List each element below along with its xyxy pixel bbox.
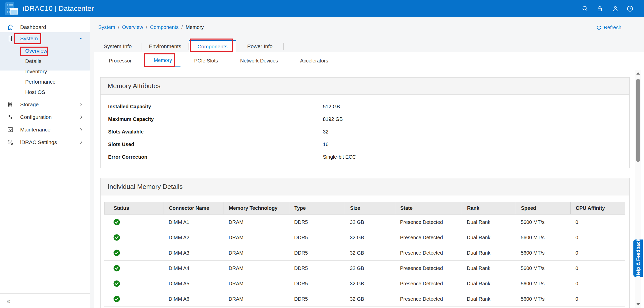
sidebar-item-overview[interactable]: Overview (25, 48, 47, 54)
table-row[interactable]: DIMM A4 DRAM DDR5 32 GB Presence Detecte… (104, 261, 625, 276)
column-header[interactable]: Speed (516, 202, 571, 214)
idrac-logo-icon (5, 2, 18, 16)
breadcrumb-overview[interactable]: Overview (122, 24, 143, 30)
gear-icon (7, 139, 14, 146)
sidebar-item-label: System (20, 36, 38, 42)
tab-system-info[interactable]: System Info (94, 40, 141, 52)
cell-connector-name: DIMM A4 (164, 261, 224, 276)
column-header[interactable]: Memory Technology (224, 202, 289, 214)
tab-pcie-slots[interactable]: PCIe Slots (186, 54, 226, 67)
column-header[interactable]: CPU Affinity (571, 202, 625, 214)
cell-speed: 5600 MT/s (516, 291, 570, 306)
cell-cpu-affinity: 0 (570, 215, 625, 230)
refresh-button[interactable]: Refresh (596, 25, 621, 30)
cell-connector-name: DIMM A3 (164, 245, 224, 260)
cell-state: Presence Detected (395, 291, 462, 306)
sidebar-item-host-os[interactable]: Host OS (25, 89, 45, 95)
cell-cpu-affinity: 0 (570, 245, 625, 260)
attribute-row: Installed Capacity 512 GB (101, 100, 629, 113)
attribute-row: Maximum Capacity 8192 GB (101, 113, 629, 125)
green-check-icon (113, 296, 120, 302)
cell-memory-technology: DRAM (224, 291, 289, 306)
cell-type: DDR5 (289, 261, 345, 276)
sidebar-item-maintenance[interactable]: Maintenance (0, 123, 90, 136)
tab-content-panel: Processor Memory PCIe Slots Network Devi… (94, 52, 644, 308)
help-feedback-tab[interactable]: Help & Feedback (633, 239, 643, 277)
help-feedback-label: Help & Feedback (635, 239, 641, 277)
sidebar-item-storage[interactable]: Storage (0, 98, 90, 111)
cell-type: DDR5 (289, 291, 345, 306)
tab-power-info[interactable]: Power Info (236, 40, 284, 52)
cell-memory-technology: DRAM (224, 230, 289, 245)
sidebar-item-system[interactable]: System (0, 33, 90, 44)
table-row[interactable]: DIMM A3 DRAM DDR5 32 GB Presence Detecte… (104, 245, 625, 261)
breadcrumb: System / Overview / Components / Memory (98, 24, 204, 30)
sidebar-item-dashboard[interactable]: Dashboard (0, 21, 90, 33)
card-title: Memory Attributes (101, 78, 629, 95)
sidebar-item-performance[interactable]: Performance (25, 79, 55, 85)
chevron-right-icon (78, 127, 84, 132)
tab-environments[interactable]: Environments (141, 40, 189, 52)
sliders-icon (7, 114, 14, 120)
memory-attributes-body: Installed Capacity 512 GB Maximum Capaci… (101, 95, 629, 163)
scroll-down-arrow-icon[interactable] (636, 303, 640, 305)
cell-size: 32 GB (345, 230, 395, 245)
breadcrumb-separator: / (181, 24, 183, 30)
memory-table-body: DIMM A1 DRAM DDR5 32 GB Presence Detecte… (104, 215, 625, 307)
svg-text:?: ? (629, 7, 631, 11)
cell-size: 32 GB (345, 261, 395, 276)
column-header[interactable]: State (395, 202, 462, 214)
sidebar-item-configuration[interactable]: Configuration (0, 111, 90, 123)
tab-accelerators[interactable]: Accelerators (292, 54, 337, 67)
memory-table: Status Connector Name Memory Technology … (104, 202, 625, 307)
cell-rank: Dual Rank (462, 215, 516, 230)
home-icon (7, 24, 14, 30)
scroll-up-arrow-icon[interactable] (636, 72, 640, 75)
sidebar-item-details[interactable]: Details (25, 58, 41, 64)
table-row[interactable]: DIMM A2 DRAM DDR5 32 GB Presence Detecte… (104, 230, 625, 245)
column-header[interactable]: Rank (462, 202, 516, 214)
attribute-value: 16 (323, 142, 328, 147)
green-check-icon (113, 250, 120, 256)
cell-memory-technology: DRAM (224, 261, 289, 276)
breadcrumb-components[interactable]: Components (150, 24, 178, 30)
cell-speed: 5600 MT/s (516, 215, 570, 230)
sidebar-item-inventory[interactable]: Inventory (25, 69, 47, 75)
scrollbar-thumb[interactable] (636, 79, 640, 162)
table-row[interactable]: DIMM A6 DRAM DDR5 32 GB Presence Detecte… (104, 291, 625, 307)
tab-network-devices[interactable]: Network Devices (232, 54, 287, 67)
sidebar-item-idrac-settings[interactable]: iDRAC Settings (0, 136, 90, 149)
tab-components[interactable]: Components (189, 40, 236, 52)
column-header[interactable]: Type (289, 202, 345, 214)
table-row[interactable]: DIMM A1 DRAM DDR5 32 GB Presence Detecte… (104, 215, 625, 230)
cell-memory-technology: DRAM (224, 215, 289, 230)
sidebar-item-label: iDRAC Settings (20, 139, 57, 145)
user-icon[interactable] (612, 5, 619, 12)
search-icon[interactable] (582, 5, 589, 12)
attribute-label: Slots Used (108, 142, 323, 147)
sidebar-item-label: Dashboard (20, 24, 46, 30)
tab-memory[interactable]: Memory (145, 54, 180, 67)
cell-size: 32 GB (345, 215, 395, 230)
attribute-row: Slots Used 16 (101, 138, 629, 151)
attribute-value: 512 GB (323, 104, 340, 110)
attribute-label: Installed Capacity (108, 104, 323, 110)
attribute-label: Maximum Capacity (108, 116, 323, 122)
attribute-row: Slots Available 32 (101, 125, 629, 138)
breadcrumb-system[interactable]: System (98, 24, 115, 30)
column-header[interactable]: Size (345, 202, 395, 214)
green-check-icon (113, 265, 120, 271)
idrac-screen: iDRAC10 | Datacenter ? (0, 0, 644, 308)
collapse-chevrons-icon[interactable]: « (7, 297, 11, 305)
attribute-value: Single-bit ECC (323, 154, 356, 160)
green-check-icon (113, 234, 120, 241)
column-header[interactable]: Status (105, 202, 164, 214)
green-check-icon (113, 280, 120, 287)
unlock-icon[interactable] (596, 5, 603, 12)
column-header[interactable]: Connector Name (164, 202, 224, 214)
sidebar-footer: « (0, 293, 90, 308)
chevron-down-icon[interactable] (78, 36, 84, 41)
help-icon[interactable]: ? (627, 5, 633, 12)
table-row[interactable]: DIMM A5 DRAM DDR5 32 GB Presence Detecte… (104, 276, 625, 291)
tab-processor[interactable]: Processor (100, 54, 140, 67)
